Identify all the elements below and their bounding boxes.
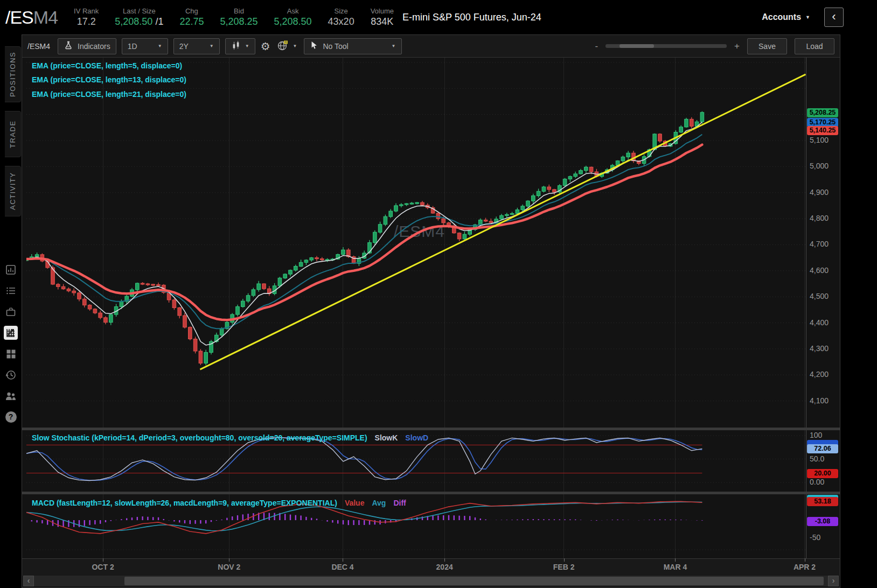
price-badge: -3.08 [807, 517, 838, 526]
field-volume: Volume 834K [371, 7, 394, 27]
quote-header: /ESM4 IV Rank 17.2 Last / Size 5,208.50 … [0, 0, 877, 34]
tab-trade[interactable]: TRADE [5, 111, 21, 157]
legend-slowk: SlowK [375, 433, 398, 442]
chart-scrollbar[interactable]: ‹ › [23, 576, 839, 586]
gear-icon[interactable]: ⚙ [261, 40, 270, 53]
symbol-root: /ES [5, 7, 33, 27]
price-axis-label: 4,500 [810, 292, 829, 300]
indicators-label: Indicators [78, 42, 110, 51]
price-badge: 5,170.25 [807, 118, 838, 127]
macd-pane-separator[interactable] [22, 492, 840, 494]
chevron-down-icon: ▼ [293, 44, 297, 48]
tab-positions[interactable]: POSITIONS [5, 46, 21, 102]
symbol-title: /ESM4 [5, 7, 58, 28]
globe-pattern-icon [277, 39, 289, 53]
chevron-down-icon: ▼ [158, 44, 162, 48]
time-axis-label: APR 2 [783, 563, 826, 571]
scroll-left-arrow[interactable]: ‹ [23, 576, 34, 586]
trading-app: /ESM4 IV Rank 17.2 Last / Size 5,208.50 … [0, 0, 877, 588]
field-bid: Bid 5,208.25 [220, 7, 257, 27]
chart-type-dropdown[interactable]: ▼ [225, 38, 255, 54]
community-people-icon[interactable] [4, 389, 18, 403]
ema21-study-label: EMA (price=CLOSE, length=21, displace=0) [32, 90, 186, 99]
field-value: 17.2 [74, 16, 99, 27]
field-value: 834K [371, 16, 394, 27]
price-axis-label: 4,400 [810, 318, 829, 327]
accounts-menu[interactable]: Accounts ▼ [762, 12, 810, 22]
chevron-down-icon: ▼ [805, 15, 810, 20]
field-chg: Chg 22.75 [179, 7, 204, 27]
time-axis-label: OCT 2 [81, 563, 124, 571]
stoch-axis-label: 0.00 [810, 478, 824, 486]
zoom-out-button[interactable]: - [595, 41, 598, 52]
time-axis-tick [675, 558, 676, 562]
macd-study-label: MACD (fastLength=12, slowLength=26, macd… [32, 499, 337, 507]
chart-toolbar: /ESM4 Indicators 1D ▼ 2Y ▼ ▼ ⚙ ▼ [22, 35, 840, 58]
time-axis-label: MAR 4 [653, 563, 697, 571]
zoom-slider-thumb[interactable] [620, 44, 654, 48]
price-badge: 20.00 [807, 469, 838, 478]
zoom-slider[interactable] [605, 44, 727, 48]
field-value: 43x20 [328, 16, 354, 27]
time-axis-label: NOV 2 [207, 563, 250, 571]
help-icon[interactable]: ? [4, 410, 18, 424]
time-axis-tick [805, 558, 805, 562]
news-chart-icon[interactable] [4, 263, 18, 277]
last-price: 5,208.50 [115, 16, 152, 27]
stoch-pane-separator[interactable] [22, 428, 840, 430]
stoch-axis-label: 50.0 [810, 454, 824, 463]
price-axis-label: 4,900 [810, 188, 829, 197]
field-label: Ask [274, 7, 312, 15]
cursor-arrow-icon [310, 40, 318, 52]
legend-diff: Diff [393, 499, 406, 507]
scrollbar-thumb[interactable] [124, 577, 824, 585]
field-label: Bid [220, 7, 257, 15]
stochastic-header: Slow Stochastic (kPeriod=14, dPeriod=3, … [32, 433, 428, 442]
instrument-title: E-mini S&P 500 Futures, Jun-24 [402, 12, 541, 23]
price-axis-label: 4,700 [810, 240, 829, 248]
chevron-down-icon: ▼ [392, 44, 396, 48]
history-clock-icon[interactable] [4, 368, 18, 382]
field-ask: Ask 5,208.50 [274, 7, 312, 27]
zoom-in-button[interactable]: + [734, 41, 740, 52]
field-label: IV Rank [74, 7, 99, 15]
watchlist-icon[interactable] [4, 284, 18, 298]
ema13-study-label: EMA (price=CLOSE, length=13, displace=0) [32, 75, 186, 84]
tab-activity[interactable]: ACTIVITY [5, 166, 21, 216]
help-glyph: ? [5, 411, 17, 423]
time-axis-tick [444, 558, 445, 562]
price-axis-label: 4,100 [810, 396, 829, 405]
scroll-right-arrow[interactable]: › [828, 576, 839, 586]
chevron-down-icon: ▼ [210, 44, 214, 48]
stoch-axis-label: 100 [810, 431, 822, 439]
price-axis-label: 4,200 [810, 370, 829, 379]
symbol-suffix: M4 [33, 7, 58, 27]
last-size: /1 [152, 16, 163, 27]
macd-axis-label: -50 [810, 533, 820, 542]
sidebar-icon-rail: ? [0, 263, 22, 424]
price-axis-label: 5,000 [810, 162, 829, 170]
grid-layout-icon[interactable] [4, 347, 18, 361]
price-axis-label: 4,300 [810, 344, 829, 353]
indicators-button[interactable]: Indicators [58, 38, 116, 54]
time-axis-label: 2024 [423, 563, 466, 571]
pattern-tool-dropdown[interactable]: ▼ [276, 38, 298, 54]
charts-icon-active[interactable] [4, 326, 18, 340]
tv-icon[interactable] [4, 305, 18, 319]
range-dropdown[interactable]: 2Y ▼ [173, 38, 220, 54]
price-axis-label: 4,600 [810, 266, 829, 275]
indicators-flask-icon [64, 40, 73, 52]
field-label: Last / Size [115, 7, 163, 15]
field-label: Chg [179, 7, 204, 15]
time-axis-tick [229, 558, 229, 562]
time-axis-tick [564, 558, 565, 562]
collapse-panel-button[interactable]: ‹ [824, 8, 844, 27]
load-button[interactable]: Load [795, 38, 834, 54]
drawing-tool-dropdown[interactable]: No Tool ▼ [304, 38, 402, 54]
field-value: 5,208.25 [220, 16, 257, 27]
time-axis-tick [103, 558, 103, 562]
timeframe-dropdown[interactable]: 1D ▼ [122, 38, 168, 54]
save-button[interactable]: Save [747, 38, 787, 54]
legend-avg: Avg [372, 499, 386, 507]
chart-panel: /ESM4 /ESM4 Indicators 1D ▼ 2Y ▼ ▼ ⚙ [22, 34, 840, 588]
